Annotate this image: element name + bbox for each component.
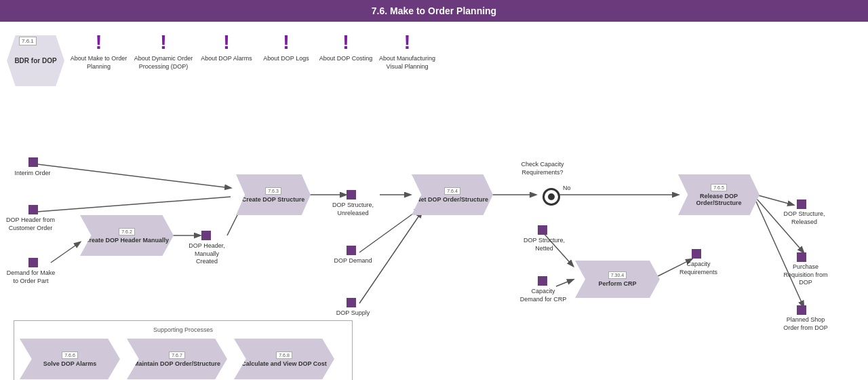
bdr-dop-badge: 7.6.1 bbox=[19, 37, 37, 45]
solve-dop-label: Solve DOP Alarms bbox=[43, 360, 97, 367]
dop-header-manually-created-label: DOP Header, Manually Created bbox=[183, 242, 231, 266]
svg-line-1 bbox=[37, 197, 231, 212]
info-label-1: About Make to Order Planning bbox=[70, 55, 127, 71]
net-dop-badge: 7.6.4 bbox=[444, 187, 460, 195]
info-label-4: About DOP Logs bbox=[263, 55, 309, 63]
purchase-req-label: Purchase Requisition from DOP bbox=[781, 263, 830, 287]
dop-supply-node bbox=[347, 298, 356, 307]
planned-shop-order-node bbox=[797, 305, 806, 315]
decision-circle bbox=[542, 188, 560, 206]
info-item-2[interactable]: ! About Dynamic Order Processing (DOP) bbox=[133, 32, 194, 71]
calculate-dop-cost[interactable]: 7.6.8 Calculate and View DOP Cost bbox=[234, 339, 334, 379]
dop-demand-node bbox=[347, 246, 356, 255]
interim-order-node bbox=[28, 157, 38, 167]
main-content: BDR for DOP 7.6.1 ! About Make to Order … bbox=[0, 22, 868, 380]
info-label-5: About DOP Costing bbox=[319, 55, 372, 63]
dop-header-manually-created-node bbox=[201, 231, 211, 240]
maintain-dop[interactable]: 7.6.7 Maintain DOP Order/Structure bbox=[127, 339, 227, 379]
create-dop-structure-label: Create DOP Structure bbox=[242, 196, 304, 203]
maintain-dop-badge: 7.6.7 bbox=[169, 352, 185, 359]
info-label-2: About Dynamic Order Processing (DOP) bbox=[133, 55, 194, 71]
page-title: 7.6. Make to Order Planning bbox=[372, 5, 496, 16]
maintain-dop-label: Maintain DOP Order/Structure bbox=[134, 360, 220, 367]
dop-structure-netted-label: DOP Structure, Netted bbox=[522, 237, 566, 252]
capacity-demand-crp-label: Capacity Demand for CRP bbox=[519, 288, 567, 303]
perform-crp[interactable]: 7.30.4 Perform CRP bbox=[575, 261, 660, 298]
capacity-demand-crp-node bbox=[538, 276, 547, 286]
dop-structure-netted-node bbox=[538, 225, 547, 235]
exclaim-icon-4: ! bbox=[283, 32, 290, 52]
dop-header-customer-label: DOP Header from Customer Order bbox=[3, 216, 58, 232]
create-dop-header-badge: 7.6.2 bbox=[119, 228, 135, 235]
supporting-processes-box: Supporting Processes 7.6.6 Solve DOP Ala… bbox=[14, 320, 353, 380]
net-dop-label: Net DOP Order/Structure bbox=[416, 196, 488, 203]
capacity-requirements-node bbox=[692, 249, 701, 259]
svg-line-0 bbox=[37, 164, 231, 188]
bdr-dop-label: BDR for DOP bbox=[14, 57, 56, 64]
dop-structure-released-node bbox=[797, 200, 806, 209]
calculate-dop-label: Calculate and View DOP Cost bbox=[241, 360, 327, 367]
capacity-requirements-label: Capacity Requirements bbox=[678, 261, 719, 276]
info-item-4[interactable]: ! About DOP Logs bbox=[259, 32, 313, 63]
header-bar: 7.6. Make to Order Planning bbox=[0, 0, 868, 22]
dop-demand-label: DOP Demand bbox=[331, 257, 375, 264]
create-dop-structure-badge: 7.6.3 bbox=[265, 187, 281, 195]
release-dop-label: Release DOP Order/Structure bbox=[678, 193, 760, 206]
bdr-dop-hexagon[interactable]: BDR for DOP 7.6.1 bbox=[7, 35, 64, 86]
demand-make-order-node bbox=[28, 258, 38, 267]
release-dop-order-structure[interactable]: 7.6.5 Release DOP Order/Structure bbox=[678, 174, 760, 215]
interim-order-label: Interim Order bbox=[12, 170, 53, 176]
info-label-6: About Manufacturing Visual Planning bbox=[378, 55, 436, 71]
solve-dop-badge: 7.6.6 bbox=[62, 352, 78, 359]
exclaim-icon-2: ! bbox=[160, 32, 167, 52]
perform-crp-label: Perform CRP bbox=[598, 280, 636, 287]
exclaim-icon-3: ! bbox=[223, 32, 230, 52]
net-dop-order-structure[interactable]: 7.6.4 Net DOP Order/Structure bbox=[412, 174, 493, 215]
release-dop-badge: 7.6.5 bbox=[711, 184, 727, 191]
info-item-5[interactable]: ! About DOP Costing bbox=[319, 32, 373, 63]
exclaim-icon-1: ! bbox=[96, 32, 102, 52]
check-capacity-label: Check Capacity Requirements? bbox=[515, 161, 570, 176]
dop-header-customer-node bbox=[28, 205, 38, 214]
dop-structure-unreleased-node bbox=[347, 190, 356, 200]
info-label-3: About DOP Alarms bbox=[201, 55, 252, 63]
info-item-1[interactable]: ! About Make to Order Planning bbox=[70, 32, 127, 71]
exclaim-icon-6: ! bbox=[404, 32, 411, 52]
info-item-6[interactable]: ! About Manufacturing Visual Planning bbox=[378, 32, 436, 71]
calculate-dop-badge: 7.6.8 bbox=[276, 352, 292, 359]
svg-line-14 bbox=[756, 195, 793, 205]
dop-structure-released-label: DOP Structure, Released bbox=[781, 210, 827, 226]
solve-dop-alarms[interactable]: 7.6.6 Solve DOP Alarms bbox=[20, 339, 120, 379]
demand-make-order-label: Demand for Make to Order Part bbox=[5, 269, 56, 285]
svg-line-2 bbox=[51, 242, 80, 263]
supporting-processes-title: Supporting Processes bbox=[20, 326, 347, 333]
svg-line-12 bbox=[556, 280, 573, 286]
info-item-3[interactable]: ! About DOP Alarms bbox=[199, 32, 254, 63]
planned-shop-order-label: Planned Shop Order from DOP bbox=[781, 316, 830, 332]
dop-supply-label: DOP Supply bbox=[331, 309, 375, 316]
create-dop-header-label: Create DOP Header Manually bbox=[85, 237, 169, 244]
exclaim-icon-5: ! bbox=[342, 32, 349, 52]
create-dop-header-manually[interactable]: 7.6.2 Create DOP Header Manually bbox=[80, 215, 174, 256]
top-info-row: BDR for DOP 7.6.1 ! About Make to Order … bbox=[7, 28, 436, 86]
dop-structure-unreleased-label: DOP Structure, Unreleased bbox=[331, 202, 375, 217]
create-dop-structure[interactable]: 7.6.3 Create DOP Structure bbox=[236, 174, 311, 215]
no-label: No bbox=[563, 185, 571, 191]
perform-crp-badge: 7.30.4 bbox=[608, 271, 627, 279]
purchase-req-node bbox=[797, 252, 806, 262]
